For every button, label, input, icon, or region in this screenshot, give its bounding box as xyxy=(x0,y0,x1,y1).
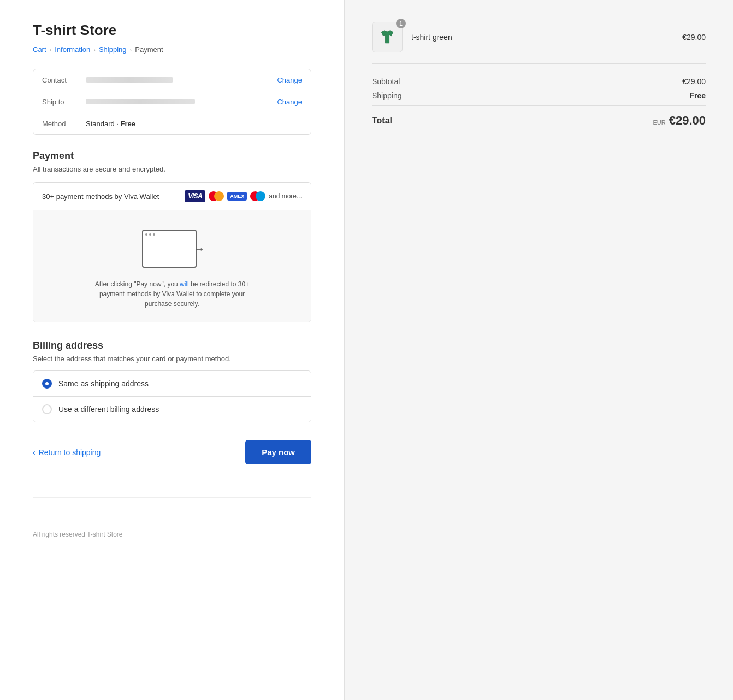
method-value: Standard · Free xyxy=(86,120,302,128)
grand-total-row: Total EUR €29.00 xyxy=(372,105,706,128)
tshirt-svg xyxy=(377,27,397,47)
method-row: Method Standard · Free xyxy=(33,113,311,134)
chevron-left-icon: ‹ xyxy=(33,448,36,457)
breadcrumb-sep-3: › xyxy=(130,46,132,53)
return-label: Return to shipping xyxy=(39,448,101,457)
billing-same-label: Same as shipping address xyxy=(58,379,149,388)
method-free: Free xyxy=(121,120,135,128)
billing-option-same[interactable]: Same as shipping address xyxy=(33,371,311,397)
mastercard-icon xyxy=(209,191,224,201)
breadcrumb-information[interactable]: Information xyxy=(55,45,90,54)
breadcrumb-shipping[interactable]: Shipping xyxy=(99,45,127,54)
breadcrumb-cart[interactable]: Cart xyxy=(33,45,46,54)
contact-value xyxy=(86,77,277,84)
footer-actions: ‹ Return to shipping Pay now xyxy=(33,440,311,464)
redirect-illustration: → xyxy=(139,227,205,270)
ship-to-row: Ship to Change xyxy=(33,91,311,113)
store-title: T-shirt Store xyxy=(33,22,311,39)
ship-to-label: Ship to xyxy=(42,98,86,106)
billing-different-label: Use a different billing address xyxy=(58,405,159,414)
item-info: t-shirt green xyxy=(411,33,673,42)
billing-title: Billing address xyxy=(33,340,311,351)
ship-to-value xyxy=(86,98,277,106)
item-price: €29.00 xyxy=(682,33,706,42)
footer-text: All rights reserved T-shirt Store xyxy=(33,497,311,538)
breadcrumb-sep-2: › xyxy=(93,46,96,53)
maestro-icon xyxy=(250,191,265,201)
return-to-shipping-link[interactable]: ‹ Return to shipping xyxy=(33,448,101,457)
subtotal-label: Subtotal xyxy=(372,77,400,86)
billing-option-different[interactable]: Use a different billing address xyxy=(33,397,311,422)
shipping-value: Free xyxy=(689,91,706,100)
visa-icon: VISA xyxy=(185,190,205,202)
grand-total-label: Total xyxy=(372,116,392,126)
shipping-label: Shipping xyxy=(372,91,402,100)
item-image-wrapper: 1 xyxy=(372,22,403,52)
order-item: 1 t-shirt green €29.00 xyxy=(372,22,706,64)
browser-window xyxy=(142,230,197,268)
contact-change-button[interactable]: Change xyxy=(277,76,302,84)
item-name: t-shirt green xyxy=(411,33,452,42)
breadcrumb-payment: Payment xyxy=(135,45,163,54)
shipping-row: Shipping Free xyxy=(372,91,706,100)
subtotal-value: €29.00 xyxy=(682,77,706,86)
redirect-text: After clicking "Pay now", you will be re… xyxy=(90,279,254,309)
payment-title: Payment xyxy=(33,150,311,162)
radio-different[interactable] xyxy=(42,404,52,414)
payment-provider-text: 30+ payment methods by Viva Wallet xyxy=(42,192,179,201)
browser-arrow-icon: → xyxy=(194,243,205,255)
payment-subtitle: All transactions are secure and encrypte… xyxy=(33,165,311,173)
left-panel: T-shirt Store Cart › Information › Shipp… xyxy=(0,0,344,700)
method-label: Method xyxy=(42,120,86,128)
radio-same[interactable] xyxy=(42,379,52,389)
breadcrumb-sep-1: › xyxy=(50,46,52,53)
breadcrumb: Cart › Information › Shipping › Payment xyxy=(33,45,311,54)
order-totals: Subtotal €29.00 Shipping Free Total EUR … xyxy=(372,77,706,128)
contact-row: Contact Change xyxy=(33,69,311,91)
billing-subtitle: Select the address that matches your car… xyxy=(33,355,311,363)
and-more-text: and more... xyxy=(269,192,302,200)
summary-box: Contact Change Ship to Change Method Sta… xyxy=(33,69,311,135)
item-quantity-badge: 1 xyxy=(396,19,406,28)
payment-box: 30+ payment methods by Viva Wallet VISA … xyxy=(33,182,311,322)
grand-total-value: EUR €29.00 xyxy=(653,114,706,128)
browser-bar xyxy=(143,231,196,238)
payment-header: 30+ payment methods by Viva Wallet VISA … xyxy=(33,183,311,210)
contact-label: Contact xyxy=(42,76,86,84)
card-icons: VISA AMEX and more... xyxy=(185,190,302,202)
pay-now-button[interactable]: Pay now xyxy=(245,440,311,464)
right-panel: 1 t-shirt green €29.00 Subtotal €29.00 S… xyxy=(344,0,733,700)
currency-label: EUR xyxy=(653,119,665,126)
payment-body: → After clicking "Pay now", you will be … xyxy=(33,210,311,322)
amex-icon: AMEX xyxy=(227,192,247,201)
payment-section: Payment All transactions are secure and … xyxy=(33,150,311,340)
billing-options: Same as shipping address Use a different… xyxy=(33,370,311,422)
ship-to-change-button[interactable]: Change xyxy=(277,98,302,106)
grand-amount: €29.00 xyxy=(669,114,706,128)
subtotal-row: Subtotal €29.00 xyxy=(372,77,706,86)
billing-section: Billing address Select the address that … xyxy=(33,340,311,422)
